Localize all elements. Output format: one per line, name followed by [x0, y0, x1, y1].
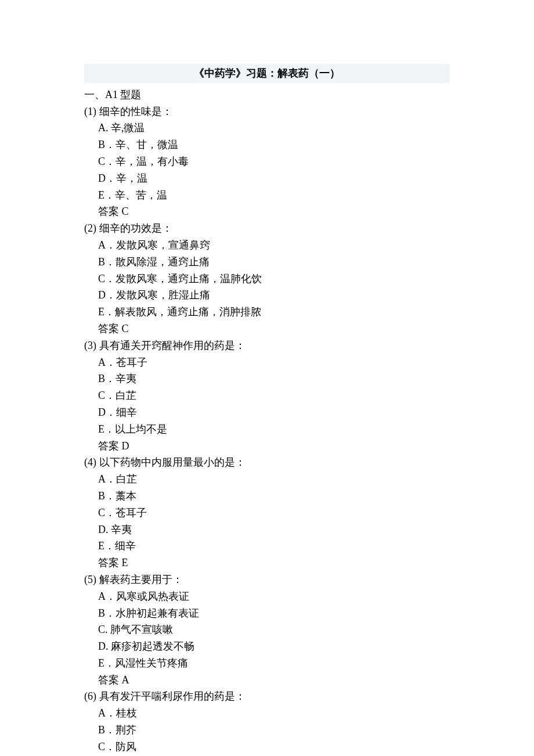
question-stem-text: 细辛的性味是： — [96, 106, 172, 117]
question-stem: (6) 具有发汗平喘利尿作用的药是： — [84, 688, 450, 705]
question-option: B．荆芥 — [84, 722, 450, 739]
question-stem-text: 以下药物中内服用量最小的是： — [96, 456, 246, 468]
question-option: A．风寒或风热表证 — [84, 588, 450, 605]
question-option: A. 辛,微温 — [84, 120, 450, 136]
question-option: A．发散风寒，宣通鼻窍 — [84, 237, 450, 254]
question-option: D．发散风寒，胜湿止痛 — [84, 287, 450, 304]
question-stem-text: 具有发汗平喘利尿作用的药是： — [96, 690, 246, 702]
question: (5) 解表药主要用于：A．风寒或风热表证B．水肿初起兼有表证C. 肺气不宣咳嗽… — [84, 571, 450, 689]
question-number: (4) — [84, 456, 96, 468]
question-number: (3) — [84, 340, 96, 351]
question-option: B．辛、甘，微温 — [84, 136, 450, 153]
question-option: D．辛，温 — [84, 170, 450, 187]
question-option: A．白芷 — [84, 471, 450, 488]
question-option: E．解表散风，通窍止痛，消肿排脓 — [84, 304, 450, 321]
question-option: A．桂枝 — [84, 705, 450, 722]
question: (3) 具有通关开窍醒神作用的药是：A．苍耳子B．辛夷C．白芷D．细辛E．以上均… — [84, 337, 450, 455]
question-number: (5) — [84, 574, 96, 585]
question-option: E．以上均不是 — [84, 421, 450, 438]
question-stem: (5) 解表药主要用于： — [84, 571, 450, 588]
question-option: C．苍耳子 — [84, 505, 450, 521]
question-option: B．辛夷 — [84, 370, 450, 387]
question-option: E．辛、苦，温 — [84, 187, 450, 204]
document-page: 《中药学》习题：解表药（一） 一、A1 型题 (1) 细辛的性味是：A. 辛,微… — [0, 0, 534, 756]
question: (2) 细辛的功效是：A．发散风寒，宣通鼻窍B．散风除湿，通窍止痛C．发散风寒，… — [84, 220, 450, 337]
question-number: (6) — [84, 690, 96, 702]
question-answer: 答案 E — [84, 555, 450, 571]
section-heading: 一、A1 型题 — [84, 87, 450, 103]
question-stem: (2) 细辛的功效是： — [84, 220, 450, 237]
question-stem-text: 具有通关开窍醒神作用的药是： — [96, 340, 246, 351]
question-option: C. 肺气不宣咳嗽 — [84, 621, 450, 638]
question-option: B．水肿初起兼有表证 — [84, 605, 450, 622]
question-option: C．白芷 — [84, 387, 450, 404]
question: (4) 以下药物中内服用量最小的是：A．白芷B．藁本C．苍耳子D. 辛夷E．细辛… — [84, 454, 450, 571]
document-title: 《中药学》习题：解表药（一） — [84, 64, 450, 83]
question-option: D. 辛夷 — [84, 521, 450, 538]
question-number: (2) — [84, 222, 96, 234]
question-option: D. 麻疹初起透发不畅 — [84, 638, 450, 655]
question-stem: (4) 以下药物中内服用量最小的是： — [84, 454, 450, 471]
question-answer: 答案 C — [84, 203, 450, 220]
question: (6) 具有发汗平喘利尿作用的药是：A．桂枝B．荆芥C．防风D.麻黄E．羌活答案… — [84, 688, 450, 756]
question-option: E．风湿性关节疼痛 — [84, 655, 450, 672]
question-option: C．发散风寒，通窍止痛，温肺化饮 — [84, 271, 450, 287]
question: (1) 细辛的性味是：A. 辛,微温B．辛、甘，微温C．辛，温，有小毒D．辛，温… — [84, 103, 450, 221]
question-option: E．细辛 — [84, 538, 450, 555]
question-answer: 答案 C — [84, 321, 450, 337]
question-stem: (3) 具有通关开窍醒神作用的药是： — [84, 337, 450, 354]
question-answer: 答案 A — [84, 672, 450, 689]
question-stem-text: 解表药主要用于： — [96, 574, 183, 585]
question-number: (1) — [84, 106, 96, 117]
question-option: A．苍耳子 — [84, 354, 450, 371]
question-option: C．防风 — [84, 739, 450, 755]
questions-container: (1) 细辛的性味是：A. 辛,微温B．辛、甘，微温C．辛，温，有小毒D．辛，温… — [84, 103, 450, 756]
question-option: B．藁本 — [84, 488, 450, 505]
question-option: D．细辛 — [84, 404, 450, 421]
question-option: C．辛，温，有小毒 — [84, 153, 450, 170]
question-stem-text: 细辛的功效是： — [96, 222, 172, 234]
question-stem: (1) 细辛的性味是： — [84, 103, 450, 120]
question-answer: 答案 D — [84, 438, 450, 455]
question-option: B．散风除湿，通窍止痛 — [84, 254, 450, 271]
